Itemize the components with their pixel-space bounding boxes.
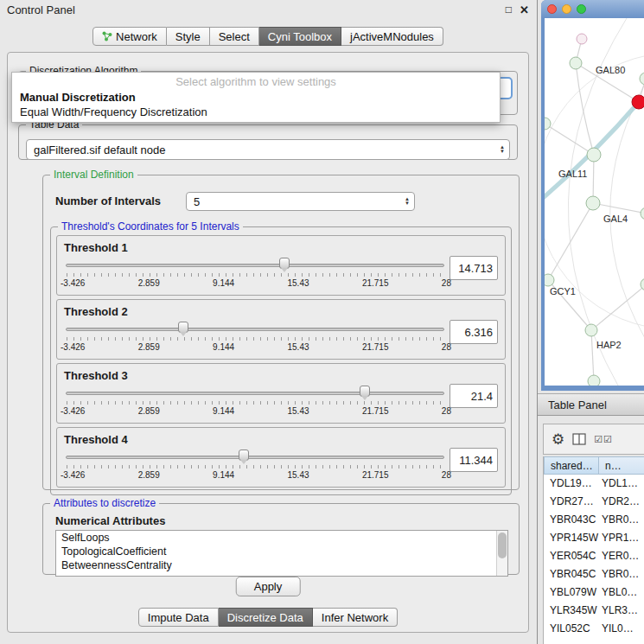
float-window-icon[interactable]: □ [506,4,512,15]
slider-thumb[interactable] [360,386,370,397]
network-node[interactable] [588,375,600,386]
table-row[interactable]: YDR27…YDR2… [544,493,644,511]
table-cell[interactable]: YBL079W [544,583,599,602]
threshold-value-field[interactable]: 14.713 [450,256,498,280]
slider-thumb[interactable] [279,258,290,269]
threshold-slider[interactable]: -3.426 2.859 9.144 15.43 21.715 28 [66,448,444,484]
table-cell[interactable]: YDR2… [599,493,644,511]
table-row[interactable]: YER054CYER0… [544,547,644,565]
network-node[interactable] [586,196,600,210]
threshold-slider[interactable]: -3.426 2.859 9.144 15.43 21.715 28 [66,256,444,292]
threshold-slider[interactable]: -3.426 2.859 9.144 15.43 21.715 28 [66,320,444,356]
network-window-titlebar[interactable] [541,0,644,18]
tab-network[interactable]: Network [92,27,167,46]
table-cell[interactable]: YER054C [544,547,599,565]
table-cell[interactable]: YLR3… [599,602,644,620]
network-node-label[interactable]: GCY1 [550,286,576,296]
slider-track[interactable] [66,264,444,267]
list-item[interactable]: SelfLoops [56,531,507,545]
network-node[interactable] [640,73,644,85]
table-cell[interactable]: YLR345W [544,602,599,620]
network-node[interactable] [570,57,582,69]
threshold-value-field[interactable]: 11.344 [450,448,498,472]
table-cell[interactable]: YDL19… [544,475,599,493]
table-cell[interactable]: YBR043C [544,511,599,529]
table-cell[interactable]: YIL052C [544,620,599,638]
table-cell[interactable]: YDR27… [544,493,599,511]
slider-thumb[interactable] [239,450,249,461]
network-canvas[interactable]: GAL80 GAL11 GAL4 GCY1 HAP2 [545,18,644,386]
list-item[interactable]: BetweennessCentrality [56,558,507,572]
apply-button[interactable]: Apply [236,577,301,596]
tab-jactivemnodules[interactable]: jActiveMNodules [341,27,443,46]
tab-style[interactable]: Style [167,27,210,46]
threshold-slider[interactable]: -3.426 2.859 9.144 15.43 21.715 28 [66,384,444,420]
list-item[interactable]: TopologicalCoefficient [56,545,507,558]
tab-label: Discretize Data [227,611,303,624]
table-row[interactable]: YDL19…YDL1… [544,475,644,493]
list-scrollbar-thumb[interactable] [498,532,507,558]
table-cell[interactable]: YPR145W [544,529,599,547]
close-icon[interactable]: ✕ [520,4,529,16]
table-cell[interactable]: YBR0… [599,511,644,529]
algorithm-item-equal-width[interactable]: Equal Width/Frequency Discretization [12,105,500,119]
slider-tick-labels: -3.426 2.859 9.144 15.43 21.715 28 [61,470,451,480]
slider-track[interactable] [66,328,444,331]
threshold-value-field[interactable]: 6.316 [450,320,498,344]
network-node[interactable] [585,324,597,336]
column-header-shared-name[interactable]: shared… [544,456,599,475]
tab-impute-data[interactable]: Impute Data [138,608,219,627]
zoom-traffic-light[interactable] [577,4,586,14]
slider-thumb[interactable] [178,322,188,333]
table-cell[interactable]: YDL1… [599,475,644,493]
network-graph[interactable] [545,18,644,386]
close-traffic-light[interactable] [547,4,557,14]
table-cell[interactable]: YIL0… [599,620,644,638]
table-row[interactable]: YPR145WYPR1… [544,529,644,547]
columns-icon[interactable] [572,433,586,445]
gear-icon[interactable]: ⚙ [552,432,564,447]
table-cell[interactable]: YER0… [599,547,644,565]
network-node-label[interactable]: HAP2 [596,340,622,350]
minimize-traffic-light[interactable] [562,4,571,14]
number-of-intervals-combo[interactable]: 5 ▲▼ [186,192,415,211]
table-cell[interactable]: YBR045C [544,565,599,583]
tab-infer-network[interactable]: Infer Network [313,608,398,627]
table-row[interactable]: YLR345WYLR3… [544,602,644,620]
column-header-name[interactable]: n… [599,456,644,475]
table-data-combo[interactable]: galFiltered.sif default node ▲▼ [26,139,510,160]
table-cell[interactable]: YBR0… [599,565,644,583]
tab-discretize-data[interactable]: Discretize Data [219,608,313,627]
network-node-selected[interactable] [632,95,644,109]
slider-track[interactable] [66,456,444,459]
table-cell[interactable]: YBL0… [599,583,644,602]
threshold-value-field[interactable]: 21.4 [450,384,498,408]
tick-label: 15.43 [288,406,309,416]
tab-label: jActiveMNodules [350,30,434,43]
tick-label: 21.715 [362,406,389,416]
list-scrollbar[interactable] [496,531,507,576]
top-tab-bar: Network Style Select Cyni Toolbox jActiv… [0,27,536,46]
tick-label: 9.144 [213,278,234,288]
table-row[interactable]: YIL052CYIL0… [544,620,644,638]
algorithm-item-manual[interactable]: Manual Discretization [12,90,500,105]
threshold-label: Threshold 2 [64,303,498,318]
select-columns-icon[interactable]: ☑☑ [594,434,613,445]
network-node-label[interactable]: GAL11 [558,169,587,179]
network-node[interactable] [545,274,554,286]
table-row[interactable]: YBL079WYBL0… [544,583,644,602]
tab-cyni-toolbox[interactable]: Cyni Toolbox [259,27,341,46]
table-cell[interactable]: YPR1… [599,529,644,547]
table-row[interactable]: YBR043CYBR0… [544,511,644,529]
slider-track[interactable] [66,392,444,395]
network-node-label[interactable]: GAL4 [603,214,628,224]
network-node[interactable] [641,207,644,220]
table-row[interactable]: YBR045CYBR0… [544,565,644,583]
tick-label: -3.426 [61,278,85,288]
network-node-label[interactable]: GAL80 [596,65,625,75]
network-node[interactable] [577,34,587,44]
network-node[interactable] [545,118,551,130]
network-node[interactable] [587,148,601,162]
numerical-attributes-list[interactable]: SelfLoopsTopologicalCoefficientBetweenne… [55,530,508,577]
tab-select[interactable]: Select [210,27,259,46]
